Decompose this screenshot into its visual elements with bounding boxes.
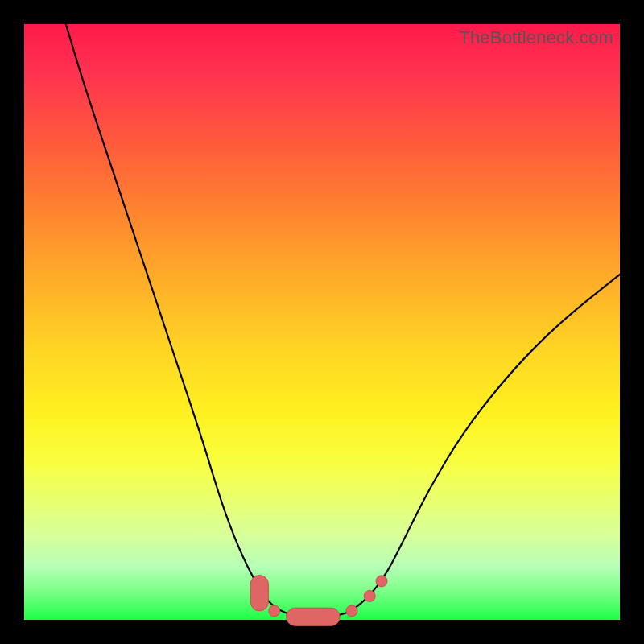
curve-marker-dot [346, 605, 357, 617]
curve-marker-dot [269, 605, 280, 617]
curve-marker-pill [250, 576, 268, 611]
bottleneck-curve-svg [24, 24, 620, 620]
curve-marker-pill [287, 608, 341, 625]
bottleneck-curve [66, 24, 620, 617]
curve-marker-dot [376, 576, 387, 587]
chart-frame: TheBottleneck.com [24, 24, 620, 620]
curve-markers [250, 576, 387, 626]
watermark-text: TheBottleneck.com [459, 27, 613, 48]
curve-marker-dot [364, 590, 375, 601]
